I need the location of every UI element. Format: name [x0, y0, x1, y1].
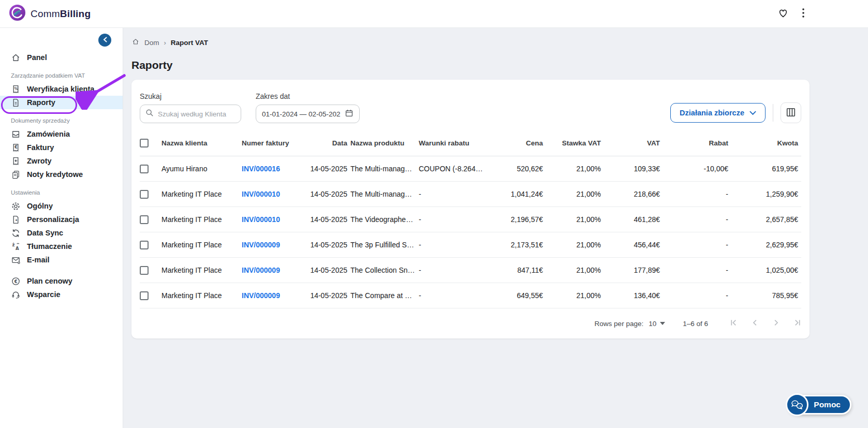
cell-vat: 461,28€	[604, 207, 663, 232]
reports-table: Nazwa klienta Numer faktury Data Nazwa p…	[140, 131, 801, 308]
reports-icon	[11, 98, 21, 108]
rows-per-page-label: Rows per page:	[595, 320, 644, 328]
main-content: Dom › Raport VAT Raporty Szukaj	[123, 28, 868, 428]
row-checkbox[interactable]	[140, 291, 149, 300]
cell-client: Marketing IT Place	[161, 182, 242, 207]
sidebar-item-reports[interactable]: Raporty	[0, 96, 123, 109]
breadcrumb-home[interactable]: Dom	[144, 39, 159, 47]
sidebar: Panel Zarządzanie podatkiem VAT % Weryfi…	[0, 28, 123, 428]
search-input[interactable]	[158, 110, 236, 118]
sidebar-item-label: Raporty	[27, 98, 55, 107]
sidebar-item-label: E-mail	[27, 256, 50, 264]
cell-client: Marketing IT Place	[161, 232, 242, 258]
help-button[interactable]: Pomoc	[788, 395, 851, 415]
table-row[interactable]: Marketing IT Place INV/000009 14-05-2025…	[140, 283, 801, 308]
cell-discount-terms: -	[419, 258, 486, 283]
sidebar-item-general[interactable]: Ogólny	[0, 199, 123, 213]
breadcrumb-current: Raport VAT	[171, 39, 208, 47]
cell-invoice-number: INV/000009	[242, 258, 293, 283]
table-header-row: Nazwa klienta Numer faktury Data Nazwa p…	[140, 131, 801, 156]
search-box[interactable]	[140, 105, 241, 123]
personalization-icon: ✦	[11, 215, 21, 225]
cell-rebate: -10,00€	[663, 156, 731, 182]
invoice-link[interactable]: INV/000016	[242, 165, 280, 173]
next-page-button[interactable]	[772, 319, 780, 328]
cell-date: 14-05-2025	[293, 207, 350, 232]
cell-price: 520,62€	[486, 156, 546, 182]
sidebar-item-invoices[interactable]: € Faktury	[0, 141, 123, 154]
sidebar-collapse-button[interactable]	[98, 34, 111, 47]
row-checkbox[interactable]	[140, 266, 149, 275]
prev-page-icon	[751, 319, 759, 328]
col-discount-terms[interactable]: Warunki rabatu	[419, 131, 486, 156]
sidebar-item-data-sync[interactable]: Data Sync	[0, 226, 123, 240]
col-amount[interactable]: Kwota	[731, 131, 801, 156]
table-row[interactable]: Marketing IT Place INV/000009 14-05-2025…	[140, 232, 801, 258]
favorite-button[interactable]	[778, 8, 788, 20]
sidebar-item-client-verification[interactable]: % Weryfikacja klienta	[0, 82, 123, 96]
sidebar-item-support[interactable]: Wsparcie	[0, 288, 123, 301]
table-row[interactable]: Marketing IT Place INV/000010 14-05-2025…	[140, 207, 801, 232]
first-page-button[interactable]	[730, 319, 738, 328]
row-checkbox[interactable]	[140, 241, 149, 249]
sidebar-item-translation[interactable]: żA Tłumaczenie	[0, 240, 123, 253]
col-vat[interactable]: VAT	[604, 131, 663, 156]
select-all-checkbox[interactable]	[140, 139, 149, 147]
cell-date: 14-05-2025	[293, 156, 350, 182]
sidebar-item-orders[interactable]: Zamówienia	[0, 127, 123, 141]
invoice-link[interactable]: INV/000009	[242, 241, 280, 249]
col-invoice-number[interactable]: Numer faktury	[242, 131, 293, 156]
rows-per-page-select[interactable]: 10	[649, 320, 665, 328]
col-client[interactable]: Nazwa klienta	[161, 131, 242, 156]
cell-amount: 619,95€	[731, 156, 801, 182]
sidebar-item-label: Personalizacja	[27, 215, 79, 224]
cell-vat: 109,33€	[604, 156, 663, 182]
col-price[interactable]: Cena	[486, 131, 546, 156]
table-row[interactable]: Marketing IT Place INV/000009 14-05-2025…	[140, 258, 801, 283]
bulk-actions-button[interactable]: Działania zbiorcze	[670, 103, 766, 123]
sidebar-item-label: Faktury	[27, 143, 54, 152]
help-label: Pomoc	[814, 400, 841, 409]
brand-logo: CommBilling	[9, 5, 91, 23]
sidebar-item-panel[interactable]: Panel	[0, 51, 123, 64]
last-page-button[interactable]	[793, 319, 801, 328]
invoice-link[interactable]: INV/000009	[242, 266, 280, 274]
cell-discount-terms: -	[419, 207, 486, 232]
orders-icon	[11, 129, 21, 139]
cell-date: 14-05-2025	[293, 232, 350, 258]
col-date[interactable]: Data	[293, 131, 350, 156]
help-chat-icon	[786, 393, 808, 416]
invoice-link[interactable]: INV/000010	[242, 215, 280, 224]
search-label: Szukaj	[140, 92, 241, 100]
row-checkbox[interactable]	[140, 190, 149, 199]
cell-invoice-number: INV/000009	[242, 283, 293, 308]
sidebar-item-label: Tłumaczenie	[27, 242, 72, 250]
chevron-down-icon	[749, 109, 756, 117]
sidebar-item-pricing-plan[interactable]: € Plan cenowy	[0, 274, 123, 288]
col-product-name[interactable]: Nazwa produktu	[350, 131, 419, 156]
cell-amount: 1,025,00€	[731, 258, 801, 283]
svg-text:€: €	[14, 278, 18, 284]
sidebar-item-credit-notes[interactable]: Noty kredytowe	[0, 168, 123, 181]
prev-page-button[interactable]	[751, 319, 759, 328]
invoices-icon: €	[11, 143, 21, 153]
row-checkbox[interactable]	[140, 215, 149, 224]
cell-product-name: The Videographe…	[350, 207, 419, 232]
sidebar-item-personalization[interactable]: ✦ Personalizacja	[0, 213, 123, 226]
gear-icon	[11, 201, 21, 211]
col-rebate[interactable]: Rabat	[663, 131, 731, 156]
sidebar-item-email[interactable]: E-mail	[0, 253, 123, 267]
sidebar-item-returns[interactable]: Zwroty	[0, 154, 123, 168]
row-checkbox[interactable]	[140, 165, 149, 173]
cell-date: 14-05-2025	[293, 283, 350, 308]
col-vat-rate[interactable]: Stawka VAT	[546, 131, 604, 156]
table-row[interactable]: Ayumu Hirano INV/000016 14-05-2025 The M…	[140, 156, 801, 182]
table-row[interactable]: Marketing IT Place INV/000010 14-05-2025…	[140, 182, 801, 207]
date-range-input[interactable]: 01-01-2024 — 02-05-202	[256, 105, 360, 123]
cell-rebate: -	[663, 232, 731, 258]
column-settings-button[interactable]	[781, 102, 801, 123]
rows-per-page-value: 10	[649, 320, 656, 328]
overflow-menu-button[interactable]	[802, 8, 805, 20]
invoice-link[interactable]: INV/000009	[242, 291, 280, 300]
invoice-link[interactable]: INV/000010	[242, 190, 280, 198]
